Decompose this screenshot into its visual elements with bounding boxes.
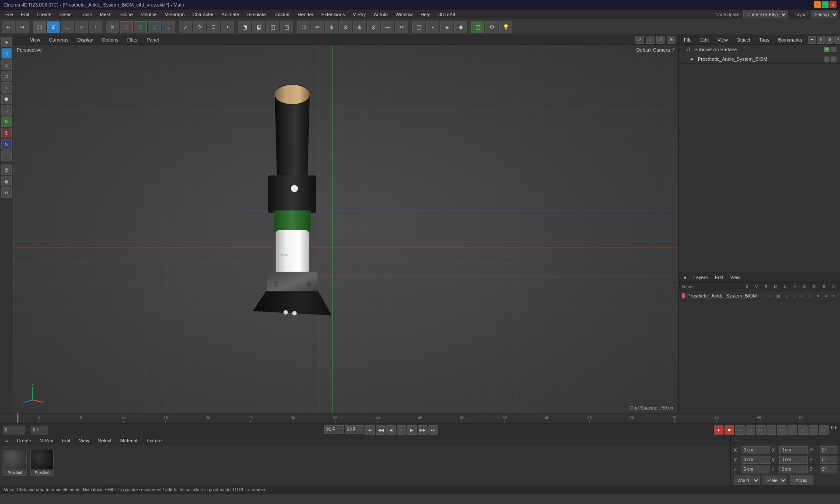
- sidebar-s1-icon[interactable]: S: [1, 116, 12, 127]
- cx-pos[interactable]: [742, 446, 770, 454]
- key-btn-4[interactable]: □: [766, 425, 776, 435]
- layer-e-icon[interactable]: ⊘: [822, 293, 829, 299]
- cl-vray[interactable]: V-Ray: [37, 437, 56, 444]
- prosth-dot1[interactable]: ·: [824, 56, 830, 62]
- rph-icon-4[interactable]: ≡: [834, 36, 840, 44]
- record-btn[interactable]: ●: [714, 425, 724, 435]
- layers-edit[interactable]: Edit: [712, 274, 726, 281]
- prosth-dot2[interactable]: ·: [831, 56, 836, 62]
- menu-mesh[interactable]: Mesh: [96, 11, 115, 18]
- menu-character[interactable]: Character: [189, 11, 217, 18]
- cl-texture[interactable]: Texture: [144, 437, 164, 444]
- key-btn-6[interactable]: □: [788, 425, 797, 435]
- matrix-btn[interactable]: ⊕: [325, 21, 338, 33]
- key-btn-3[interactable]: □: [756, 425, 766, 435]
- vh-menu-icon[interactable]: ≡: [16, 36, 24, 43]
- menu-create[interactable]: Create: [34, 11, 55, 18]
- mode-uv-btn[interactable]: +: [89, 21, 102, 33]
- menu-vray[interactable]: V-Ray: [349, 11, 369, 18]
- cz-pos[interactable]: [742, 466, 770, 473]
- layers-menu[interactable]: Layers: [691, 274, 710, 281]
- menu-select[interactable]: Select: [56, 11, 77, 18]
- sidebar-select-icon[interactable]: ◈: [1, 37, 12, 47]
- layer-d-icon[interactable]: ✕: [815, 293, 821, 299]
- current-frame[interactable]: [31, 426, 48, 434]
- menu-window[interactable]: Window: [392, 11, 416, 18]
- rph-icon-1[interactable]: ⬅: [808, 36, 816, 44]
- menu-tools[interactable]: Tools: [77, 11, 95, 18]
- settings-btn[interactable]: ⚙: [485, 21, 498, 33]
- key-btn-8[interactable]: □: [808, 425, 818, 435]
- apply-button[interactable]: Apply: [790, 476, 813, 485]
- auto-key-btn[interactable]: ⏺: [724, 425, 734, 435]
- layer-x-icon[interactable]: ✕: [830, 293, 836, 299]
- axis-all-btn[interactable]: □: [162, 21, 175, 33]
- layers-view[interactable]: View: [728, 274, 743, 281]
- mode-edges-btn[interactable]: □: [61, 21, 74, 33]
- select-move-btn[interactable]: ✕: [106, 21, 119, 33]
- vp-dots-btn[interactable]: ⊕: [667, 36, 676, 44]
- rph-object[interactable]: Object: [734, 36, 753, 43]
- sidebar-scale-icon[interactable]: □: [1, 71, 12, 81]
- close-btn[interactable]: ✕: [830, 1, 836, 8]
- menu-render[interactable]: Render: [294, 11, 317, 18]
- light-add-btn[interactable]: 💡: [499, 21, 512, 33]
- obj-subdivision-surface[interactable]: ⬡ Subdivision Surface ✓: [679, 45, 840, 54]
- vp-layout-btn[interactable]: □: [656, 36, 665, 44]
- key-btn-9[interactable]: □: [819, 425, 829, 435]
- layout-select[interactable]: Startup: [811, 10, 838, 18]
- menu-spline[interactable]: Spline: [116, 11, 136, 18]
- layer-l-icon[interactable]: ▷: [791, 293, 797, 299]
- rph-file[interactable]: File: [681, 36, 694, 43]
- rph-edit[interactable]: Edit: [698, 36, 711, 43]
- vh-options[interactable]: Options: [99, 36, 121, 43]
- layer-v-icon[interactable]: □: [767, 293, 774, 299]
- axis-x-btn[interactable]: X: [120, 21, 133, 33]
- viewport-3d[interactable]: BiOM: [13, 45, 678, 413]
- cl-create[interactable]: Create: [14, 437, 34, 444]
- cz-scale[interactable]: [779, 466, 808, 473]
- prev-frame-btn[interactable]: ◀◀: [376, 425, 385, 435]
- cb-val[interactable]: [820, 466, 837, 473]
- material-2[interactable]: Prosthet: [30, 450, 54, 476]
- rph-view[interactable]: View: [715, 36, 731, 43]
- key-btn-1[interactable]: □: [735, 425, 745, 435]
- scale-dropdown[interactable]: Scale Size: [763, 476, 787, 485]
- vh-panel[interactable]: Panel: [144, 36, 161, 43]
- mode-object-btn[interactable]: ⬡: [33, 21, 46, 33]
- vp-render-btn[interactable]: ↓: [646, 36, 654, 44]
- menu-arnold[interactable]: Arnold: [370, 11, 391, 18]
- axis-y-btn[interactable]: Y: [134, 21, 147, 33]
- obj-prosthetic[interactable]: ◈ Prosthetic_Ankle_System_BiOM · ·: [679, 54, 840, 64]
- mode-poly-btn[interactable]: ○: [75, 21, 88, 33]
- redo-btn[interactable]: ↪: [16, 21, 29, 33]
- rotate-tool-btn[interactable]: ⟳: [193, 21, 206, 33]
- key-btn-2[interactable]: □: [746, 425, 755, 435]
- sidebar-s3-icon[interactable]: S: [1, 139, 12, 150]
- cy-pos[interactable]: [742, 456, 770, 464]
- sidebar-grid2-icon[interactable]: ▦: [1, 176, 12, 186]
- sidebar-curve-icon[interactable]: ⌒: [1, 150, 12, 161]
- subdiv-vis-icon[interactable]: [831, 47, 836, 52]
- sidebar-obj-icon[interactable]: ⬟: [1, 94, 12, 104]
- menu-help[interactable]: Help: [417, 11, 434, 18]
- sidebar-spline-icon[interactable]: ○: [1, 82, 12, 93]
- minimize-btn[interactable]: ─: [814, 1, 821, 8]
- maximize-btn[interactable]: □: [822, 1, 829, 8]
- undo-btn[interactable]: ↩: [2, 21, 15, 33]
- cloner-btn[interactable]: ⊗: [339, 21, 352, 33]
- sym-btn[interactable]: ⊕: [353, 21, 366, 33]
- cl-material[interactable]: Material: [118, 437, 140, 444]
- render-view-btn[interactable]: ▢: [471, 21, 484, 33]
- cp-val[interactable]: [820, 456, 837, 464]
- menu-volume[interactable]: Volume: [137, 11, 160, 18]
- sidebar-tag-icon[interactable]: ⎐: [1, 105, 12, 116]
- menu-file[interactable]: File: [2, 11, 17, 18]
- mat-square-btn[interactable]: ▢: [412, 21, 425, 33]
- menu-animate[interactable]: Animate: [218, 11, 242, 18]
- end-frame-display[interactable]: [345, 425, 364, 434]
- play-btn[interactable]: ▶: [407, 425, 417, 435]
- vh-filter[interactable]: Filter: [125, 36, 140, 43]
- menu-edit[interactable]: Edit: [18, 11, 33, 18]
- cy-scale[interactable]: [779, 456, 808, 464]
